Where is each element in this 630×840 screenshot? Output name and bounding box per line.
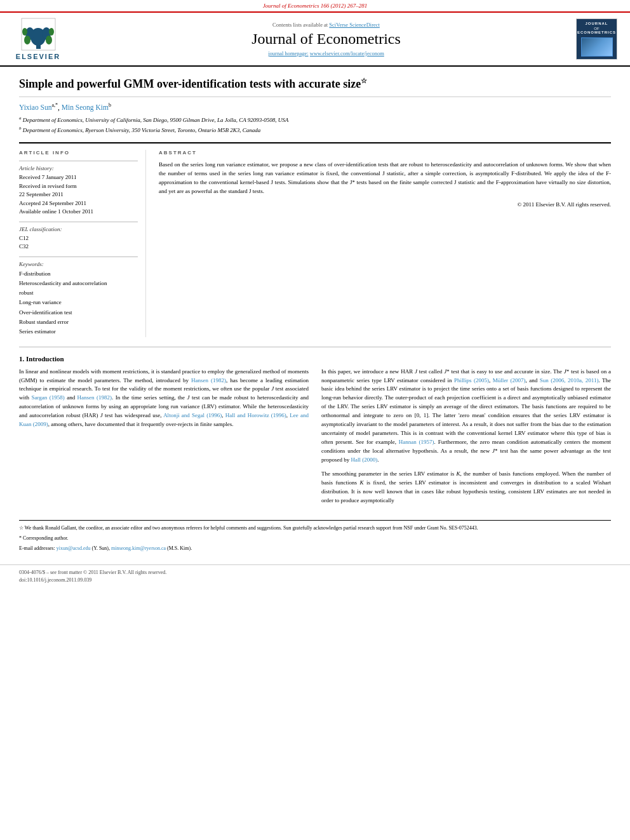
author1-link[interactable]: Yixiao Sun <box>19 103 51 111</box>
contents-available-line: Contents lists available at SciVerse Sci… <box>76 22 576 28</box>
paper-title: Simple and powerful GMM over-identificat… <box>19 76 611 97</box>
revised-date: 22 September 2011 <box>19 190 138 199</box>
article-info-column: ARTICLE INFO Article history: Received 7… <box>19 150 146 337</box>
email1-link[interactable]: yixun@ucsd.edu <box>57 545 91 551</box>
keyword-4: Over-identification test <box>19 308 138 317</box>
phillips2005-ref[interactable]: Phillips (2005) <box>454 377 489 383</box>
section-number: 1. <box>19 355 24 363</box>
svg-point-5 <box>46 36 52 44</box>
hansen1982-ref[interactable]: Hansen (1982) <box>191 377 226 383</box>
footnote-2: * Corresponding author. <box>19 535 611 542</box>
affiliations: a Department of Economics, University of… <box>19 115 611 135</box>
journal-header: ELSEVIER Contents lists available at Sci… <box>0 13 630 67</box>
sun2006-ref[interactable]: Sun (2006, 2010a, 2011) <box>540 377 599 383</box>
keywords-label: Keywords: <box>19 261 138 267</box>
elsevier-tree-icon <box>21 18 56 51</box>
abstract-copyright: © 2011 Elsevier B.V. All rights reserved… <box>159 201 611 208</box>
hall-horowitz-ref[interactable]: Hall and Horowitz (1996) <box>225 412 286 418</box>
article-info-abstract-section: ARTICLE INFO Article history: Received 7… <box>19 142 611 337</box>
jel-code-c32: C32 <box>19 243 138 251</box>
svg-point-4 <box>24 36 30 44</box>
cover-line3: ECONOMETRICS <box>577 30 616 34</box>
issn-text: 0304-4076/$ – see front matter © 2011 El… <box>19 569 611 577</box>
abstract-text: Based on the series long run variance es… <box>159 161 611 196</box>
keywords-block: Keywords: F-distribution Heteroscedastic… <box>19 257 138 337</box>
introduction-section: 1. Introduction In linear and nonlinear … <box>19 347 611 510</box>
keyword-6: Series estimator <box>19 327 138 337</box>
hall2000-ref[interactable]: Hall (2000) <box>351 457 378 463</box>
intro-right-para1: In this paper, we introduce a new HAR J … <box>321 368 611 465</box>
accepted-date: Accepted 24 September 2011 <box>19 199 138 208</box>
journal-cover-image: JOURNAL OF ECONOMETRICS <box>576 18 617 60</box>
author2-link[interactable]: Min Seong Kim <box>62 103 109 111</box>
footnote-3: E-mail addresses: yixun@ucsd.edu (Y. Sun… <box>19 545 611 552</box>
intro-left-col: In linear and nonlinear models with mome… <box>19 368 309 510</box>
doi-text: doi:10.1016/j.jeconom.2011.09.039 <box>19 577 611 585</box>
article-history-block: Article history: Received 7 January 2011… <box>19 161 138 217</box>
altonji-segal-ref[interactable]: Altonji and Segal (1996) <box>163 412 222 418</box>
jel-label: JEL classification: <box>19 226 138 232</box>
journal-homepage-line: journal homepage: www.elsevier.com/locat… <box>76 50 576 57</box>
sciverse-link[interactable]: SciVerse ScienceDirect <box>329 22 380 28</box>
elsevier-wordmark: ELSEVIER <box>16 53 60 60</box>
bottom-bar: 0304-4076/$ – see front matter © 2011 El… <box>0 564 630 589</box>
journal-header-center: Contents lists available at SciVerse Sci… <box>76 22 576 57</box>
journal-top-bar: Journal of Econometrics 166 (2012) 267–2… <box>0 0 630 13</box>
homepage-link[interactable]: www.elsevier.com/locate/jeconom <box>310 50 384 57</box>
intro-right-col: In this paper, we introduce a new HAR J … <box>321 368 611 510</box>
section-title-text: Introduction <box>26 355 64 363</box>
affiliation-b-label: b <box>19 126 22 131</box>
journal-title: Journal of Econometrics <box>76 30 576 48</box>
sargan1958-ref[interactable]: Sargan (1958) <box>31 394 64 401</box>
journal-citation: Journal of Econometrics 166 (2012) 267–2… <box>263 3 368 9</box>
keyword-5: Robust standard error <box>19 317 138 327</box>
cover-line1: JOURNAL <box>585 22 608 25</box>
revised-label: Received in revised form <box>19 182 138 191</box>
keyword-1: F-distribution <box>19 269 138 279</box>
footnote-1: ☆ We thank Ronald Gallant, the coeditor,… <box>19 524 611 532</box>
main-content: Simple and powerful GMM over-identificat… <box>0 67 630 564</box>
history-label: Article history: <box>19 165 138 171</box>
svg-point-6 <box>22 28 27 36</box>
email2-link[interactable]: minseong.kim@ryerson.ca <box>111 545 166 551</box>
intro-para1: In linear and nonlinear models with mome… <box>19 368 309 430</box>
jel-classification-block: JEL classification: C12 C32 <box>19 222 138 251</box>
received-date: Received 7 January 2011 <box>19 173 138 182</box>
keyword-3: Long-run variance <box>19 298 138 307</box>
muller2007-ref[interactable]: Müller (2007) <box>493 377 526 383</box>
affiliation-a: a Department of Economics, University of… <box>19 115 611 124</box>
authors-line: Yixiao Suna,*, Min Seong Kimb <box>19 102 611 111</box>
intro-body-columns: In linear and nonlinear models with mome… <box>19 368 611 510</box>
intro-right-para2: The smoothing parameter in the series LR… <box>321 470 611 505</box>
keyword-2b: robust <box>19 288 138 298</box>
hannan1957-ref[interactable]: Hannan (1957) <box>399 439 434 445</box>
elsevier-logo: ELSEVIER <box>13 18 64 60</box>
svg-point-7 <box>49 28 54 36</box>
abstract-column: ABSTRACT Based on the series long run va… <box>159 150 611 337</box>
affiliation-a-label: a <box>19 116 22 121</box>
keyword-2: Heteroscedasticity and autocorrelation <box>19 279 138 288</box>
abstract-section-label: ABSTRACT <box>159 150 611 156</box>
jel-code-c12: C12 <box>19 234 138 243</box>
online-date: Available online 1 October 2011 <box>19 208 138 217</box>
affiliation-b: b Department of Economics, Ryerson Unive… <box>19 125 611 135</box>
article-info-label: ARTICLE INFO <box>19 150 138 156</box>
section-1-title: 1. Introduction <box>19 355 611 363</box>
hansen1982b-ref[interactable]: Hansen (1982) <box>77 394 112 401</box>
footnotes-area: ☆ We thank Ronald Gallant, the coeditor,… <box>19 520 611 552</box>
